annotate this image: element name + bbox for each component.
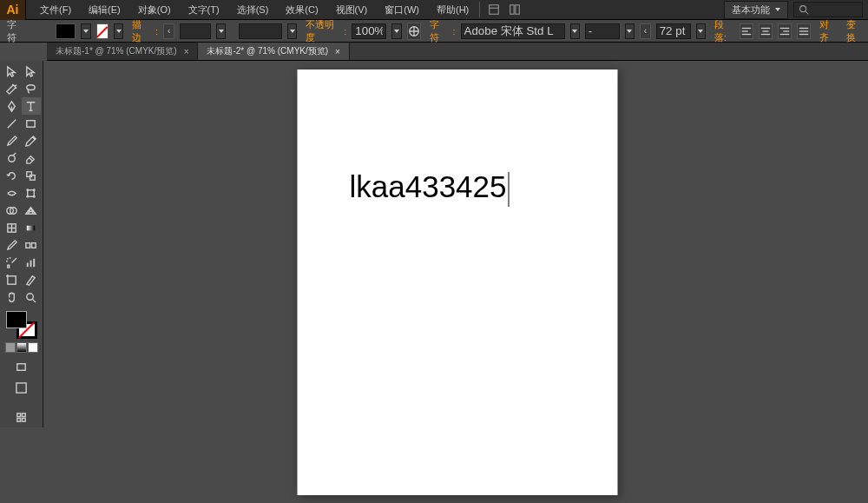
font-size-input[interactable] [656, 23, 691, 39]
fill-swatch[interactable] [6, 311, 27, 328]
perspective-grid-tool[interactable] [22, 202, 41, 219]
toolbar [0, 61, 43, 427]
font-style-dropdown[interactable] [625, 23, 635, 39]
type-tool[interactable] [22, 97, 41, 115]
fill-color-box[interactable] [56, 23, 76, 39]
blob-brush-tool[interactable] [2, 149, 21, 167]
stroke-weight-input[interactable] [180, 23, 211, 39]
opacity-input[interactable] [352, 23, 386, 39]
gradient-tool[interactable] [22, 219, 41, 236]
mesh-tool[interactable] [2, 219, 21, 236]
text-object[interactable]: lkaa433425 [350, 169, 510, 208]
free-transform-tool[interactable] [22, 184, 41, 202]
lasso-tool[interactable] [22, 80, 41, 97]
blend-tool[interactable] [22, 236, 41, 254]
scale-tool[interactable] [22, 167, 41, 184]
stroke-label[interactable]: 描边 [128, 18, 150, 44]
character-link[interactable]: 字符 [426, 18, 448, 44]
svg-point-28 [26, 195, 29, 197]
stroke-down[interactable]: ‹ [163, 23, 174, 39]
width-tool[interactable] [2, 184, 21, 202]
column-graph-tool[interactable] [22, 254, 41, 271]
close-icon[interactable]: × [184, 47, 189, 56]
font-style-input[interactable] [585, 23, 620, 39]
eyedropper-tool[interactable] [2, 236, 21, 254]
workspace-selector[interactable]: 基本功能 [724, 1, 788, 19]
paintbrush-tool[interactable] [2, 132, 21, 149]
svg-point-26 [26, 189, 29, 191]
font-size-dropdown[interactable] [696, 23, 706, 39]
dash-dropdown[interactable] [287, 23, 297, 39]
pencil-tool[interactable] [22, 132, 41, 149]
menu-edit[interactable]: 编辑(E) [82, 2, 128, 18]
dash-input[interactable] [239, 23, 282, 39]
svg-line-20 [7, 119, 15, 127]
paragraph-label[interactable]: 段落: [711, 18, 734, 44]
opacity-dropdown[interactable] [391, 23, 401, 39]
eraser-tool[interactable] [22, 149, 41, 167]
tab-label: 未标题-2* @ 71% (CMYK/预览) [207, 45, 328, 57]
stroke-color-box[interactable] [96, 23, 108, 39]
menu-select[interactable]: 选择(S) [230, 2, 276, 18]
document-tab-2[interactable]: 未标题-2* @ 71% (CMYK/预览) × [198, 43, 349, 60]
edit-toolbar-icon[interactable] [12, 408, 31, 426]
rotate-tool[interactable] [2, 167, 21, 184]
menu-file[interactable]: 文件(F) [33, 2, 78, 18]
slice-tool[interactable] [22, 271, 41, 288]
align-justify-button[interactable] [797, 23, 811, 39]
selection-tool[interactable] [2, 63, 21, 80]
svg-point-40 [5, 260, 7, 261]
arrange-icon[interactable] [504, 2, 525, 17]
symbol-sprayer-tool[interactable] [2, 254, 21, 271]
rectangle-tool[interactable] [22, 115, 41, 132]
zoom-tool[interactable] [22, 288, 41, 306]
recolor-icon[interactable] [407, 23, 421, 40]
text-cursor [509, 172, 510, 207]
magic-wand-tool[interactable] [2, 80, 21, 97]
color-picker [2, 311, 41, 353]
font-family-input[interactable] [461, 23, 565, 39]
direct-selection-tool[interactable] [22, 63, 41, 80]
document-tab-1[interactable]: 未标题-1* @ 71% (CMYK/预览) × [47, 43, 198, 60]
color-mode[interactable] [5, 342, 16, 353]
svg-rect-2 [510, 5, 514, 15]
align-link[interactable]: 对齐 [816, 18, 838, 44]
svg-point-38 [6, 257, 8, 259]
font-size-down[interactable]: ‹ [640, 23, 651, 39]
separator [479, 2, 480, 17]
screen-mode-full[interactable] [12, 379, 31, 396]
gradient-mode[interactable] [16, 342, 27, 353]
search-box[interactable] [793, 2, 863, 17]
transform-link[interactable]: 变换 [843, 18, 865, 44]
menu-object[interactable]: 对象(O) [131, 2, 178, 18]
canvas-area[interactable]: lkaa433425 [47, 61, 868, 503]
stroke-weight-dropdown[interactable] [216, 23, 226, 39]
artboard[interactable]: lkaa433425 [298, 69, 618, 495]
menu-effect[interactable]: 效果(C) [279, 2, 325, 18]
menu-view[interactable]: 视图(V) [329, 2, 375, 18]
svg-rect-44 [7, 275, 15, 283]
menu-type[interactable]: 文字(T) [181, 2, 227, 18]
shape-builder-tool[interactable] [2, 202, 21, 219]
stroke-dropdown[interactable] [114, 23, 123, 39]
opacity-label[interactable]: 不透明度 [302, 18, 339, 44]
menu-window[interactable]: 窗口(W) [378, 2, 426, 18]
pen-tool[interactable] [2, 97, 21, 115]
close-icon[interactable]: × [335, 47, 340, 56]
fill-dropdown[interactable] [81, 23, 90, 39]
svg-rect-51 [17, 413, 21, 416]
align-right-button[interactable] [778, 23, 792, 39]
svg-rect-24 [30, 175, 36, 180]
none-mode[interactable] [28, 342, 38, 353]
layout-icon[interactable] [483, 2, 504, 17]
font-family-dropdown[interactable] [570, 23, 580, 39]
hand-tool[interactable] [2, 288, 21, 306]
artboard-tool[interactable] [2, 271, 21, 288]
svg-point-22 [8, 155, 15, 162]
menu-help[interactable]: 帮助(H) [430, 2, 476, 18]
screen-mode-normal[interactable] [12, 358, 31, 375]
align-center-button[interactable] [759, 23, 773, 39]
align-left-button[interactable] [740, 23, 753, 39]
chevron-down-icon [572, 30, 577, 33]
line-tool[interactable] [2, 115, 21, 132]
